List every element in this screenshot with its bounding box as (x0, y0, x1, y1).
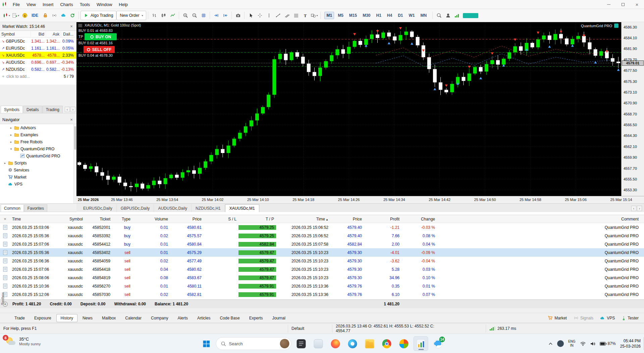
history-column-change-11[interactable]: Change (401, 217, 437, 221)
collapse-icon[interactable]: ▾ (9, 147, 13, 151)
market-watch-row-eurusdc[interactable]: ↗EURUSDc1.161...1.161...0.05% (0, 45, 76, 52)
line-mode-button[interactable] (168, 11, 177, 20)
history-column-comment-12[interactable]: Comment (437, 217, 641, 221)
history-column-price-5[interactable]: Price (170, 217, 204, 221)
algo-trading-button[interactable]: Algo Trading (80, 11, 116, 20)
market-watch-tab-details[interactable]: Details (23, 106, 42, 113)
lock-button[interactable] (41, 11, 50, 20)
night-light-icon[interactable] (557, 340, 564, 347)
vertical-line-button[interactable] (264, 11, 273, 20)
shapes-button[interactable]: ▾ (310, 11, 319, 20)
expand-icon[interactable]: ▸ (9, 133, 13, 137)
buy-on-button[interactable]: BUY ON (85, 33, 117, 40)
timeframe-m15[interactable]: M15 (347, 12, 359, 19)
toolbox-tab-trade[interactable]: Trade (10, 314, 29, 322)
crosshair-button[interactable] (255, 11, 264, 20)
toolbox-right-tab-tester[interactable]: Tester (622, 316, 639, 320)
navigator-item-market[interactable]: Market (0, 173, 76, 181)
cloud-button[interactable] (59, 11, 68, 20)
tray-chevron-icon[interactable] (548, 342, 553, 345)
menu-item-insert[interactable]: Insert (39, 0, 57, 9)
close-button[interactable]: × (630, 0, 644, 9)
grid-button[interactable] (199, 11, 208, 20)
history-column-price-9[interactable]: Price (330, 217, 364, 221)
toolbox-tab-calendar[interactable]: Calendar (121, 314, 146, 322)
timeframe-m5[interactable]: M5 (336, 12, 345, 19)
history-column-time-8[interactable]: Time ▲ (276, 217, 330, 221)
timeframe-h4[interactable]: H4 (385, 12, 394, 19)
toolbox-tab-code-base[interactable]: Code Base (215, 314, 244, 322)
chart-tab-gbpusdc-daily[interactable]: GBPUSDc,Daily (117, 204, 154, 212)
taskbar-icon-chrome[interactable] (379, 336, 394, 351)
sell-off-button[interactable]: SELL OFF (84, 46, 115, 53)
taskbar-icon-edge[interactable] (345, 336, 360, 351)
history-column-s-l-6[interactable]: S / L (204, 217, 238, 221)
navigator-item-advisors[interactable]: ▸Advisors (0, 124, 76, 131)
tab-scroll-left[interactable]: ‹ (65, 107, 70, 112)
history-row-45853392[interactable]: 2026.03.25 15:05:36xauusdc45853392buy0.0… (0, 232, 644, 240)
navigator-tab-common[interactable]: Common (1, 204, 24, 212)
market-watch-tab-trading[interactable]: Trading (43, 106, 63, 113)
zoom-out-button[interactable] (190, 11, 199, 20)
expand-icon[interactable]: ▸ (9, 140, 13, 144)
menu-item-tools[interactable]: Tools (76, 0, 93, 9)
account-button[interactable] (443, 11, 452, 20)
market-watch-tab-symbols[interactable]: Symbols (1, 106, 23, 113)
taskbar-icon-metatrader5[interactable] (414, 336, 428, 351)
wifi-icon[interactable] (580, 341, 586, 346)
taskbar-icon-file-explorer[interactable] (311, 336, 326, 351)
camera-button[interactable] (233, 11, 243, 20)
ide-button[interactable]: IDE (29, 11, 41, 20)
minimize-button[interactable] (602, 0, 616, 9)
chart-tab-scroll-left[interactable]: ‹ (631, 206, 636, 211)
toolbox-tab-experts[interactable]: Experts (245, 314, 267, 322)
taskbar-icon-photos[interactable] (396, 336, 411, 351)
taskbar-icon-firefox[interactable] (328, 336, 343, 351)
cursor-button[interactable] (246, 11, 255, 20)
language-switcher[interactable]: ENGIN (568, 340, 576, 348)
toolbox-close-icon[interactable]: × (0, 216, 10, 221)
market-watch-column-dail[interactable]: Dail... (61, 31, 75, 37)
price-axis[interactable]: 4579.01 4586.304584.104581.904579.704577… (621, 22, 644, 196)
timeframe-h1[interactable]: H1 (374, 12, 383, 19)
menu-item-window[interactable]: Window (93, 0, 115, 9)
history-row-45857030[interactable]: 2026.03.25 15:12:06xauusdc45857030sell0.… (0, 290, 644, 299)
ea-icon[interactable] (614, 23, 619, 28)
history-row-45854059[interactable]: 2026.03.25 15:06:36xauusdc45854059sell0.… (0, 257, 644, 265)
auto-scroll-button[interactable] (212, 11, 221, 20)
chart-tab-scroll-right[interactable]: › (637, 206, 642, 211)
history-column-volume-4[interactable]: Volume (132, 217, 170, 221)
history-column-symbol-1[interactable]: Symbol (62, 217, 85, 221)
market-watch-row-gbpusdc[interactable]: ↘GBPUSDc1.341...1.342...0.09% (0, 38, 76, 45)
navigator-item-quantumgrid-pro[interactable]: ▾QuantumGrid PRO (0, 145, 76, 152)
market-watch-column-bid[interactable]: Bid (31, 31, 46, 37)
navigator-close-icon[interactable]: × (69, 117, 74, 122)
chart-menu-icon[interactable] (78, 23, 83, 28)
zoom-in-button[interactable] (181, 11, 190, 20)
expand-icon[interactable]: ▸ (3, 161, 7, 165)
profile-selector[interactable]: Default (288, 324, 332, 333)
toolbox-tab-mailbox[interactable]: Mailbox (98, 314, 120, 322)
bars-mode-button[interactable] (150, 11, 159, 20)
market-watch-row-audusdc[interactable]: ↘AUDUSDc0.696...0.697...-0.34% (0, 59, 76, 66)
market-watch-column-symbol[interactable]: Symbol (0, 31, 31, 37)
menu-item-view[interactable]: View (23, 0, 39, 9)
text-button[interactable]: T (301, 11, 310, 20)
refresh-button[interactable] (68, 11, 77, 20)
toolbox-tab-exposure[interactable]: Exposure (30, 314, 56, 322)
navigator-scrollbar[interactable] (73, 124, 76, 203)
history-row-45854418[interactable]: 2026.03.25 15:07:06xauusdc45854418sell0.… (0, 265, 644, 273)
toolbox-tab-journal[interactable]: Journal (268, 314, 289, 322)
history-column-t-p-7[interactable]: T / P (238, 217, 276, 221)
history-row-45852001[interactable]: 2026.03.25 15:03:06xauusdc45852001buy0.0… (0, 223, 644, 232)
timeframe-m1[interactable]: M1 (324, 12, 334, 19)
toolbox-tab-articles[interactable]: Articles (193, 314, 215, 322)
history-column-ticket-2[interactable]: Ticket (85, 217, 112, 221)
history-column-profit-10[interactable]: Profit (364, 217, 401, 221)
menu-item-help[interactable]: Help (115, 0, 131, 9)
clock[interactable]: 05:44 PM25-03-2026 (620, 338, 641, 349)
menu-item-charts[interactable]: Charts (57, 0, 76, 9)
new-order-button[interactable]: New Order▾ (116, 11, 146, 20)
toolbox-right-tab-vps[interactable]: VPS (600, 316, 615, 320)
start-button[interactable] (199, 336, 214, 351)
